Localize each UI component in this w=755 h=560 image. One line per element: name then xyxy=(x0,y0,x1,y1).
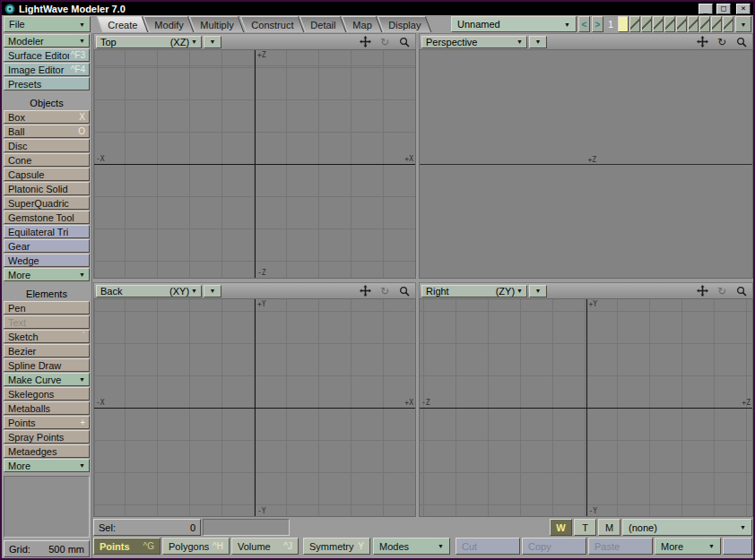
sidebar-item[interactable]: Ball O ▼ xyxy=(4,125,90,138)
menu-tab[interactable]: Multiply xyxy=(189,16,245,32)
viewport-back-display-dropdown[interactable]: ▼ xyxy=(204,285,221,297)
layer-box[interactable] xyxy=(688,16,699,32)
layer-box[interactable] xyxy=(676,16,687,32)
viewport-back-canvas[interactable]: +Y -Y -X +X xyxy=(93,298,416,517)
sidebar-item[interactable]: Sketch ` ▼ xyxy=(4,330,90,343)
rotate-icon[interactable]: ↻ xyxy=(376,36,394,48)
sidebar-item[interactable]: Metaballs ▼ xyxy=(4,401,90,415)
sidebar-item[interactable]: More ▼ xyxy=(4,459,90,472)
viewport-right-header: Right (ZY) ▼ ▼ ↻ xyxy=(419,282,753,298)
cut-button[interactable]: Cut xyxy=(456,538,520,555)
sidebar-item[interactable]: Spray Points ▼ xyxy=(4,430,90,444)
menu-tab[interactable]: Map xyxy=(342,16,383,32)
sidebar-item[interactable]: Gemstone Tool ▼ xyxy=(4,211,90,224)
layer-box[interactable] xyxy=(618,16,629,32)
pan-icon[interactable] xyxy=(693,36,711,48)
sidebar-item[interactable]: Make Curve ▼ xyxy=(4,373,90,386)
zoom-icon[interactable] xyxy=(395,36,413,48)
viewport-perspective-view-selector[interactable]: Perspective ▼ xyxy=(421,36,527,48)
minimize-button[interactable]: _ xyxy=(699,4,713,14)
sidebar: Modeler ▼ Surface Editor ^F3 ▼ Image Edi… xyxy=(2,33,92,558)
pan-icon[interactable] xyxy=(693,285,711,297)
layer-box[interactable] xyxy=(629,16,640,32)
zoom-icon[interactable] xyxy=(395,285,413,297)
viewport-back-view-selector[interactable]: Back (XY) ▼ xyxy=(96,285,202,297)
sidebar-item[interactable]: Wedge ▼ xyxy=(4,254,90,267)
previous-layer-button[interactable]: < xyxy=(578,16,590,32)
rotate-icon[interactable]: ↻ xyxy=(713,36,731,48)
layer-box[interactable] xyxy=(641,16,652,32)
viewport-right-view-selector[interactable]: Right (ZY) ▼ xyxy=(421,285,527,297)
vertex-map-type-button[interactable]: M xyxy=(598,519,620,536)
more-menu-button[interactable]: More ▼ xyxy=(655,538,721,555)
viewport-right-canvas[interactable]: +Y -Y -Z +Z xyxy=(419,298,753,517)
sidebar-item[interactable]: Skelegons ▼ xyxy=(4,387,90,401)
sidebar-item[interactable]: Metaedges ▼ xyxy=(4,444,90,458)
vertex-map-type-button[interactable]: W xyxy=(550,519,572,536)
sidebar-item[interactable]: Box X ▼ xyxy=(4,110,90,124)
pan-icon[interactable] xyxy=(356,36,374,48)
viewport-right-display-dropdown[interactable]: ▼ xyxy=(529,285,547,297)
sidebar-item[interactable]: Platonic Solid ▼ xyxy=(4,182,90,195)
zoom-icon[interactable] xyxy=(733,36,751,48)
axis-label: -Y xyxy=(257,507,266,515)
menu-tab[interactable]: Create xyxy=(97,16,149,32)
sidebar-item[interactable]: More ▼ xyxy=(4,268,90,281)
sidebar-item[interactable]: Points + ▼ xyxy=(4,416,90,429)
sidebar-item[interactable]: SuperQuadric ▼ xyxy=(4,196,90,210)
layer-box[interactable] xyxy=(699,16,710,32)
pan-icon[interactable] xyxy=(356,285,374,297)
viewport-top-view-selector[interactable]: Top (XZ) ▼ xyxy=(96,36,202,48)
modes-menu-button[interactable]: Modes ▼ xyxy=(373,538,450,555)
vertex-map-selector[interactable]: (none) ▼ xyxy=(622,519,752,536)
chevron-down-icon: ▼ xyxy=(516,288,523,294)
menu-tab[interactable]: Detail xyxy=(299,16,347,32)
selection-mode-button[interactable]: Symmetry Y xyxy=(303,538,370,555)
viewport-top-canvas[interactable]: +Z -Z -X +X xyxy=(93,49,416,279)
viewport-top-display-dropdown[interactable]: ▼ xyxy=(204,36,221,48)
object-name-dropdown[interactable]: Unnamed ▼ xyxy=(451,16,577,32)
maximize-button[interactable]: □ xyxy=(716,4,731,14)
copy-button[interactable]: Copy xyxy=(522,538,586,555)
viewport-perspective-canvas[interactable]: +Z xyxy=(419,49,753,279)
sidebar-item[interactable]: Image Editor ^F4 ▼ xyxy=(4,63,90,76)
menu-tab[interactable]: Display xyxy=(378,16,432,32)
sidebar-item[interactable]: Equilateral Tri ▼ xyxy=(4,225,90,238)
selection-mode-button[interactable]: Polygons ^H xyxy=(162,538,230,555)
rotate-icon[interactable]: ↻ xyxy=(376,285,394,297)
sidebar-item[interactable]: Cone ▼ xyxy=(4,153,90,167)
axis-label: +Z xyxy=(588,156,597,164)
menu-tab[interactable]: Modify xyxy=(143,16,195,32)
axis-horizontal xyxy=(94,408,415,409)
next-layer-button[interactable]: > xyxy=(592,16,603,32)
file-menu-button[interactable]: File ▼ xyxy=(4,16,91,32)
sidebar-item[interactable]: Disc ▼ xyxy=(4,139,90,152)
sidebar-item[interactable]: Text ▼ xyxy=(4,315,90,329)
selection-count: Sel: 0 xyxy=(93,519,201,536)
sidebar-item[interactable]: Modeler ▼ xyxy=(4,34,90,47)
viewport-top-header: Top (XZ) ▼ ▼ ↻ xyxy=(93,33,416,49)
sidebar-item[interactable]: Spline Draw ▼ xyxy=(4,358,90,372)
menu-tab[interactable]: Construct xyxy=(239,16,304,32)
chevron-down-icon: ▼ xyxy=(438,543,444,549)
viewport-perspective-display-dropdown[interactable]: ▼ xyxy=(529,36,547,48)
sidebar-item[interactable]: Presets ▼ xyxy=(4,77,90,90)
sidebar-item[interactable]: Capsule ▼ xyxy=(4,168,90,181)
rotate-icon[interactable]: ↻ xyxy=(713,285,731,297)
layer-bank-dropdown-button[interactable]: ▼ xyxy=(735,16,751,32)
zoom-icon[interactable] xyxy=(733,285,751,297)
layer-box[interactable] xyxy=(723,16,733,32)
paste-button[interactable]: Paste xyxy=(588,538,653,555)
sidebar-item[interactable]: Bezier ▼ xyxy=(4,344,90,358)
selection-mode-button[interactable]: Points ^G xyxy=(93,538,161,555)
layer-box[interactable] xyxy=(664,16,675,32)
layer-box[interactable] xyxy=(711,16,722,32)
sidebar-item[interactable]: Gear ▼ xyxy=(4,239,90,253)
sidebar-item[interactable]: Surface Editor ^F3 ▼ xyxy=(4,48,90,62)
menu-row: File ▼ Create Modify Multiply Construct … xyxy=(2,15,753,33)
sidebar-item[interactable]: Pen ▼ xyxy=(4,301,90,314)
close-button[interactable]: × xyxy=(736,4,751,14)
vertex-map-type-button[interactable]: T xyxy=(574,519,596,536)
layer-box[interactable] xyxy=(653,16,664,32)
selection-mode-button[interactable]: Volume ^J xyxy=(231,538,299,555)
